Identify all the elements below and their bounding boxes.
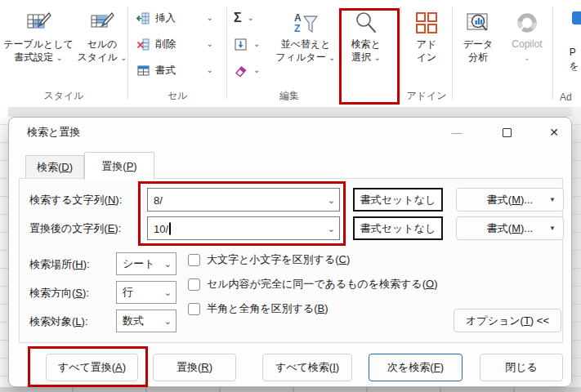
find-format-button[interactable]: 書式(M)... ▼	[456, 188, 564, 212]
direction-label: 検索方向(S):	[29, 286, 89, 301]
data-analysis-label-2: 分析	[468, 51, 488, 63]
tab-replace[interactable]: 置換(P)	[84, 152, 154, 180]
insert-cells-button[interactable]: 挿入 ⌄	[136, 5, 218, 31]
close-icon: ✕	[549, 126, 559, 139]
direction-select[interactable]: 行 ⌄	[116, 281, 177, 304]
format-as-table-label-2: 書式設定	[14, 51, 53, 63]
insert-cells-icon	[136, 11, 150, 25]
look-in-value: 数式	[123, 314, 144, 328]
ribbon-group-styles: テーブルとして 書式設定 ⌄ セルの スタイル ⌄	[0, 0, 127, 107]
dropdown-arrow-icon: ▼	[549, 196, 556, 203]
copilot-button[interactable]: Copilot ⌄	[503, 0, 551, 86]
find-all-button[interactable]: すべて検索(I)	[262, 354, 352, 381]
chevron-down-icon: ⌄	[328, 194, 335, 205]
match-case-label: 大文字と小文字を区別する(C)	[207, 252, 350, 267]
find-next-button[interactable]: 次を検索(F)	[369, 354, 463, 381]
find-what-input[interactable]: 8/ ⌄	[147, 188, 340, 212]
replace-tab-panel: 検索する文字列(N): 8/ ⌄ 書式セットなし 書式(M)... ▼ 置換後の…	[19, 178, 563, 343]
match-entire-checkbox[interactable]	[188, 278, 200, 291]
format-as-table-label-1: テーブルとして	[3, 38, 74, 50]
chevron-down-icon: ⌄	[207, 14, 213, 22]
direction-value: 行	[123, 285, 133, 300]
fill-button[interactable]: ⌄	[227, 31, 270, 57]
clipped-label-1: P	[570, 47, 576, 58]
sort-filter-button[interactable]: A Z 並べ替えと フィルター ⌄	[275, 0, 336, 86]
close-label: 閉じる	[505, 360, 538, 375]
addins-icon	[415, 7, 438, 38]
replace-all-button[interactable]: すべて置換(A)	[46, 354, 138, 381]
find-select-button[interactable]: 検索と 選択 ⌄	[337, 0, 395, 86]
within-label: 検索場所(H):	[29, 257, 90, 272]
minimize-button[interactable]: —	[445, 122, 469, 143]
replace-label: 置換(R)	[177, 360, 212, 375]
tab-replace-label: 置換(P)	[101, 159, 136, 174]
format-cells-button[interactable]: 書式 ⌄	[136, 57, 218, 83]
within-value: シート	[123, 256, 155, 271]
match-entire-checkbox-row[interactable]: セル内容が完全に同一であるものを検索する(O)	[188, 277, 437, 292]
delete-cells-button[interactable]: 削除 ⌄	[136, 31, 218, 57]
sort-filter-icon: A Z	[293, 7, 319, 38]
options-button-label: オプション(T) <<	[466, 314, 549, 328]
find-format-preview-label: 書式セットなし	[360, 193, 436, 207]
maximize-button[interactable]	[494, 122, 519, 143]
addins-label-2: イン	[417, 51, 437, 63]
find-all-label: すべて検索(I)	[275, 360, 339, 375]
cell-styles-label-1: セルの	[87, 38, 118, 50]
replace-format-button[interactable]: 書式(M)... ▼	[456, 216, 564, 240]
worksheet-strip-bottom	[0, 387, 581, 392]
replace-button[interactable]: 置換(R)	[153, 354, 236, 381]
maximize-icon	[503, 128, 512, 137]
match-case-checkbox-row[interactable]: 大文字と小文字を区別する(C)	[188, 252, 350, 267]
match-case-checkbox[interactable]	[188, 254, 200, 266]
close-window-button[interactable]: ✕	[542, 122, 566, 143]
chevron-down-icon: ⌄	[164, 287, 172, 298]
close-button[interactable]: 閉じる	[480, 354, 563, 381]
format-as-table-icon	[25, 7, 51, 38]
chevron-down-icon: ⌄	[120, 53, 127, 62]
sigma-icon: Σ	[234, 11, 242, 25]
svg-text:Z: Z	[294, 23, 300, 34]
replace-format-button-label: 書式(M)...	[487, 221, 533, 236]
within-select[interactable]: シート ⌄	[116, 252, 177, 275]
format-as-table-button[interactable]: テーブルとして 書式設定 ⌄	[1, 0, 76, 86]
look-in-select[interactable]: 数式 ⌄	[116, 310, 177, 332]
chevron-down-icon: ⌄	[164, 259, 172, 270]
ribbon-group-addins: アド イン アドイン	[401, 0, 452, 107]
chevron-down-icon: ⌄	[248, 14, 254, 22]
options-button[interactable]: オプション(T) <<	[454, 309, 561, 332]
ribbon-group-editing: Σ ⌄ ⌄ ⌄	[227, 0, 400, 107]
addins-button[interactable]: アド イン	[403, 0, 450, 86]
find-replace-dialog: 検索と置換 — ✕ 検索(D) 置換(P) 検索する文字列(N): 8/ ⌄ 書…	[8, 117, 572, 387]
worksheet-strip-left	[0, 107, 8, 392]
chevron-down-icon: ⌄	[328, 223, 335, 234]
chevron-down-icon: ⌄	[164, 316, 172, 327]
replace-with-label: 置換後の文字列(E):	[29, 221, 121, 236]
data-analysis-button[interactable]: データ 分析	[454, 0, 502, 86]
minimize-icon: —	[452, 127, 463, 139]
replace-all-label: すべて置換(A)	[58, 360, 126, 375]
chevron-down-icon: ⌄	[207, 66, 213, 74]
dropdown-arrow-icon: ▼	[549, 225, 556, 232]
data-analysis-icon	[466, 7, 490, 38]
chevron-down-icon: ⌄	[207, 40, 213, 48]
cell-styles-button[interactable]: セルの スタイル ⌄	[78, 0, 127, 86]
find-what-value: 8/	[154, 194, 163, 206]
chevron-down-icon: ⌄	[253, 66, 260, 74]
worksheet-strip-top	[0, 107, 581, 117]
replace-format-preview-label: 書式セットなし	[360, 221, 436, 236]
replace-with-input[interactable]: 10/ ⌄	[147, 216, 340, 240]
autosum-button[interactable]: Σ ⌄	[227, 5, 270, 31]
fill-down-icon	[234, 38, 248, 51]
chevron-down-icon: ⌄	[524, 53, 530, 62]
text-caret	[169, 222, 171, 234]
replace-format-preview: 書式セットなし	[353, 216, 443, 240]
replace-with-value: 10/	[154, 222, 168, 234]
match-width-checkbox[interactable]	[188, 303, 200, 315]
svg-text:A: A	[294, 12, 302, 24]
tab-find[interactable]: 検索(D)	[25, 155, 84, 179]
format-cells-icon	[136, 64, 150, 78]
ribbon: テーブルとして 書式設定 ⌄ セルの スタイル ⌄	[0, 0, 581, 107]
match-width-checkbox-row[interactable]: 半角と全角を区別する(B)	[188, 301, 328, 316]
clear-button[interactable]: ⌄	[227, 57, 270, 83]
delete-cells-icon	[136, 38, 150, 51]
